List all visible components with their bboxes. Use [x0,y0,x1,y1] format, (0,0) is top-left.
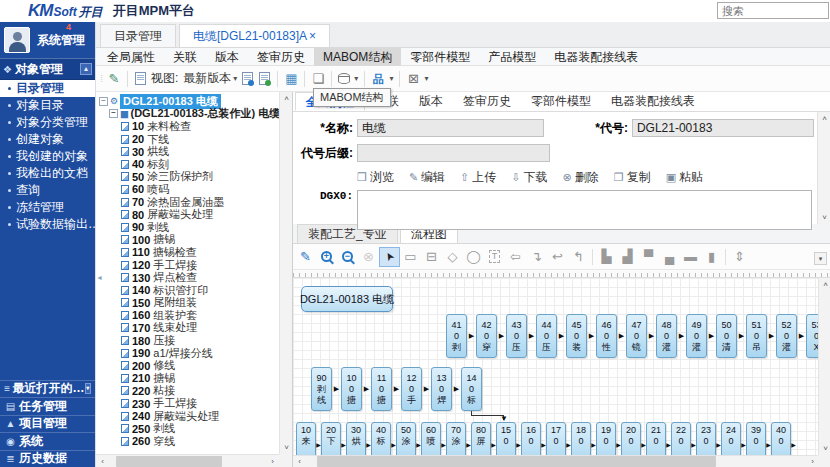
涂三防保护剂[interactable]: 50 涂三防保护剂 [99,171,278,184]
collapse-section-button[interactable]: ▴ [80,63,92,75]
ribbon-button[interactable]: 零部件模型 [401,48,479,66]
scroll-up-icon[interactable] [280,92,293,105]
烘线[interactable]: 30 烘线 [99,145,278,158]
scroll-down-icon[interactable] [819,442,830,455]
zoom-in-icon[interactable]: + [316,247,337,267]
calendar-edit-icon[interactable] [282,71,300,86]
scroll-left-icon[interactable] [96,455,109,467]
屏蔽端头处理[interactable]: 240 屏蔽端头处理 [99,410,278,423]
collapse-node-icon[interactable] [99,97,108,106]
flow-node[interactable]: 45 0 装 [566,314,587,358]
checkout-doc-icon[interactable] [259,72,270,85]
来料检查[interactable]: 10 来料检查 [99,120,278,133]
action-button[interactable]: ▣ 粘贴 [666,169,703,186]
suffix-field[interactable] [357,144,550,162]
detail-tab[interactable]: 电器装配接线表 [601,92,705,111]
scroll-down-icon[interactable] [818,211,830,224]
action-button[interactable]: ✎ 编辑 [409,169,445,186]
tree-horizontal-scrollbar[interactable] [96,454,279,467]
search-input[interactable] [717,2,829,19]
name-field[interactable] [357,119,544,137]
detail-tab[interactable]: 零部件模型 [521,92,601,111]
arrow-return-icon[interactable]: ↩ [547,247,568,267]
arrow-down-icon[interactable]: ↴ [526,247,547,267]
align-bottom-icon[interactable]: ▟ [617,247,638,267]
flow-node[interactable]: 51 0 吊 [746,314,767,358]
edit-icon[interactable] [105,71,123,86]
align-left-icon[interactable]: ▙ [596,247,617,267]
sidebar-item[interactable]: 我创建的对象 [0,148,95,165]
ribbon-button[interactable]: MABOM结构 [314,48,401,66]
view-dropdown-icon[interactable] [233,74,237,83]
scroll-up-icon[interactable] [818,112,830,125]
scroll-right-icon[interactable] [266,455,279,467]
align-center-v-icon[interactable]: ▬ [680,247,701,267]
collapse-sidebar-icon[interactable] [96,274,103,281]
network-icon[interactable] [369,71,387,87]
view-doc-icon[interactable] [135,72,146,85]
distribute-vertical-icon[interactable]: ⇕ [729,247,750,267]
flow-node[interactable]: 14 0 标 [461,367,482,411]
下线[interactable]: 20 下线 [99,133,278,146]
sidebar-bottom-item[interactable]: ▲ 项目管理 [0,415,95,433]
align-top-icon[interactable]: ▀ [638,247,659,267]
canvas-vertical-scrollbar[interactable] [818,278,830,455]
ribbon-button[interactable]: 版本 [206,48,248,66]
decision-node-icon[interactable]: ◇ [442,247,463,267]
canvas-horizontal-scrollbar[interactable] [293,455,819,467]
scrollbar-thumb[interactable] [317,456,717,467]
close-tab-icon[interactable]: × [309,29,316,43]
flow-node[interactable]: 48 0 灌 [656,314,677,358]
image-icon[interactable] [404,71,422,86]
搪锡[interactable]: 210 搪锡 [99,372,278,385]
flow-node[interactable]: 43 0 压 [506,314,527,358]
dgx-field[interactable] [357,190,812,230]
arrow-up-left-icon[interactable]: ↰ [568,247,589,267]
ribbon-button[interactable]: 签审历史 [248,48,314,66]
sidebar-bottom-item[interactable]: ◉ 系统 [0,432,95,450]
sidebar-item[interactable]: 我检出的文档 [0,165,95,182]
align-center-h-icon[interactable]: ▮ [701,247,722,267]
detail-tab[interactable]: 签审历史 [453,92,521,111]
image-dropdown-icon[interactable] [424,74,428,83]
collapse-node-icon[interactable] [109,109,118,118]
database-dropdown-icon[interactable] [354,74,358,83]
flow-node[interactable]: 50 0 清 [716,314,737,358]
edit-flow-icon[interactable]: ✎ [295,247,316,267]
flow-node[interactable]: 52 0 灌 [776,314,797,358]
separator[interactable] [592,249,593,265]
flow-node[interactable]: 47 0 镜 [626,314,647,358]
zoom-out-icon[interactable]: − [337,247,358,267]
tab-cable-object[interactable]: 电缆[DGL21-00183]A× [179,24,330,47]
flow-node[interactable]: 44 0 压 [536,314,557,358]
flow-node[interactable]: 42 0 穿 [476,314,497,358]
tab-directory-management[interactable]: 目录管理 [100,24,176,47]
flow-node[interactable]: 90 剥 线 [311,367,332,411]
线束处理[interactable]: 170 线束处理 [99,322,278,335]
剥线[interactable]: 90 剥线 [99,221,278,234]
toolbar-grip[interactable] [98,74,105,84]
ribbon-button[interactable]: 电器装配接线表 [545,48,647,66]
form-vertical-scrollbar[interactable] [817,112,830,224]
flow-node[interactable]: 13 0 焊 [431,367,452,411]
ellipse-node-icon[interactable]: ◯ [463,247,484,267]
sidebar-item[interactable]: 冻结管理 [0,199,95,216]
subprocess-node-icon[interactable]: ⊟ [421,247,442,267]
flow-node[interactable]: 11 0 搪 [371,367,392,411]
code-field[interactable] [632,119,814,137]
ribbon-button[interactable]: 关联 [164,48,206,66]
flow-node[interactable]: 46 0 性 [596,314,617,358]
user-row[interactable]: 系统管理 4 [0,22,95,58]
checkin-doc-icon[interactable] [242,72,253,85]
select-cursor-icon[interactable]: ➤ [379,247,400,267]
align-right-icon[interactable]: ▄ [659,247,680,267]
sidebar-item[interactable]: 创建对象 [0,131,95,148]
sidebar-bottom-item[interactable]: ▤ 任务管理 [0,397,95,415]
屏蔽端头处理[interactable]: 80 屏蔽端头处理 [99,208,278,221]
ribbon-button[interactable]: 全局属性 [98,48,164,66]
sidebar-section-object-management[interactable]: ❖ 对象管理 ▴ [0,58,95,80]
ribbon-button[interactable]: 产品模型 [479,48,545,66]
database-icon[interactable] [338,73,350,84]
sidebar-item[interactable]: 对象目录 [0,97,95,114]
expand-caret-icon[interactable] [85,383,92,394]
